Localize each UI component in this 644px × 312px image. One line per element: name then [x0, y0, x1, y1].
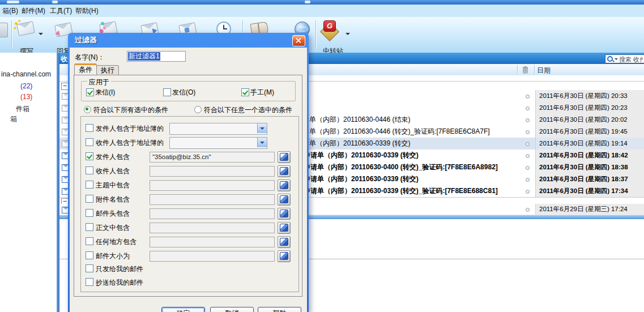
edit-list-icon	[280, 195, 288, 203]
condition-value-input[interactable]	[150, 223, 275, 233]
condition-checkbox[interactable]	[86, 152, 93, 160]
trash-column-icon[interactable]	[522, 66, 529, 74]
compose-dropdown-arrow[interactable]	[39, 33, 43, 35]
condition-row: 附件名包含	[81, 194, 298, 205]
flag-dot-icon[interactable]	[526, 130, 530, 134]
flag-dot-icon[interactable]	[526, 208, 530, 212]
flag-dot-icon[interactable]	[526, 106, 530, 110]
apply-to-legend: 应用于	[87, 78, 111, 87]
column-separator[interactable]	[517, 65, 518, 74]
condition-value-input[interactable]: "35oatip@biz.35.cn"	[150, 152, 275, 163]
compose-envelope-icon[interactable]	[16, 21, 35, 36]
tab-conditions[interactable]: 条件	[74, 63, 97, 75]
multi-value-button[interactable]	[278, 222, 291, 234]
condition-row: 发件人包含于地址簿的	[81, 123, 298, 134]
message-date: 2011年6月30日 (星期四) 18:37	[535, 173, 644, 185]
dot-icon	[184, 28, 189, 33]
message-date: 2011年6月30日 (星期四) 20:23	[535, 102, 644, 114]
column-separator[interactable]	[534, 65, 535, 74]
message-date: 2011年6月30日 (星期四) 19:14	[535, 138, 644, 149]
condition-value-input[interactable]	[150, 251, 275, 262]
condition-checkbox[interactable]	[86, 209, 93, 217]
flag-dot-icon[interactable]	[526, 190, 530, 194]
sidebar-account[interactable]: ina-channel.com	[1, 70, 51, 78]
flag-dot-icon[interactable]	[526, 178, 530, 182]
condition-value-input[interactable]	[150, 237, 275, 247]
cancel-button[interactable]: 取消	[210, 307, 254, 312]
condition-value-input[interactable]	[150, 166, 275, 177]
flag-dot-icon[interactable]	[526, 154, 530, 158]
multi-value-button[interactable]	[278, 250, 291, 262]
multi-value-button[interactable]	[278, 165, 291, 177]
search-scope-dropdown-icon[interactable]	[615, 58, 618, 60]
name-input[interactable]: 新过滤器1	[127, 51, 186, 62]
menu-mailbox[interactable]: 箱(B)	[0, 5, 20, 17]
checkbox-incoming[interactable]	[86, 88, 94, 96]
condition-checkbox[interactable]	[86, 237, 93, 245]
close-icon	[295, 37, 302, 44]
address-book-select[interactable]	[169, 123, 267, 135]
menu-tools[interactable]: 工具(T)	[48, 5, 74, 17]
condition-label: 收件人包含	[96, 166, 130, 176]
condition-checkbox[interactable]	[86, 223, 93, 231]
menu-mail[interactable]: 邮件(M)	[19, 5, 48, 17]
transfer-station-icon[interactable]: G	[323, 20, 336, 32]
condition-checkbox[interactable]	[86, 278, 93, 286]
menu-help[interactable]: 帮助(H)	[73, 5, 101, 17]
multi-value-button[interactable]	[278, 236, 291, 248]
condition-checkbox[interactable]	[86, 138, 93, 146]
ok-button[interactable]: 确定	[161, 307, 205, 312]
checkbox-outgoing[interactable]	[163, 88, 171, 96]
address-book-select[interactable]	[169, 137, 267, 149]
condition-value-input[interactable]	[150, 194, 275, 205]
close-button[interactable]	[292, 35, 305, 46]
flag-dot-icon[interactable]	[526, 142, 530, 146]
message-subject: 申请单（内部）20110630-0339 (转交)	[304, 149, 419, 161]
flag-dot-icon[interactable]	[526, 166, 530, 170]
condition-checkbox[interactable]	[86, 264, 93, 272]
chevron-down-icon[interactable]	[257, 138, 267, 147]
radio-match-any[interactable]	[194, 106, 202, 113]
multi-value-button[interactable]	[278, 151, 291, 163]
condition-checkbox[interactable]	[86, 124, 93, 132]
condition-checkbox[interactable]	[86, 181, 93, 189]
radio-match-any-label[interactable]: 符合以下任意一个选中的条件	[204, 105, 292, 115]
checkbox-manual[interactable]	[241, 88, 249, 96]
transfer-dropdown-arrow[interactable]	[346, 33, 350, 35]
multi-value-button[interactable]	[278, 194, 291, 206]
date-column-header[interactable]: 日期	[537, 66, 551, 75]
sidebar-folder[interactable]: 箱	[10, 114, 17, 124]
condition-row: 只发给我的邮件	[81, 263, 298, 275]
conditions-box: 发件人包含于地址簿的 收件人包含于地址簿的 发件人包含 "35oatip@biz…	[80, 116, 299, 292]
condition-row: 发件人包含 "35oatip@biz.35.cn"	[81, 151, 298, 163]
radio-match-all-label[interactable]: 符合以下所有选中的条件	[93, 105, 168, 115]
condition-label: 邮件大小为	[96, 251, 130, 261]
menu-bar: 箱(B) 邮件(M) 工具(T) 帮助(H)	[0, 5, 644, 18]
help-button[interactable]: 帮助	[258, 307, 301, 312]
checkbox-incoming-label[interactable]: 来信(I)	[95, 88, 115, 97]
condition-value-input[interactable]	[150, 208, 275, 219]
sidebar-folder-unread-count[interactable]: (22)	[20, 82, 32, 90]
condition-checkbox[interactable]	[86, 166, 93, 174]
sidebar-folder[interactable]: 件箱	[16, 104, 29, 114]
condition-value-input[interactable]	[150, 180, 275, 191]
condition-checkbox[interactable]	[86, 251, 93, 259]
checkbox-manual-label[interactable]: 手工(M)	[250, 88, 274, 97]
condition-checkbox[interactable]	[86, 195, 93, 203]
sparkle-icon	[18, 20, 21, 23]
condition-label: 收件人包含于地址簿的	[96, 138, 164, 148]
tab-actions[interactable]: 执行	[96, 65, 119, 75]
sparkle-icon	[14, 27, 16, 29]
flag-dot-icon[interactable]	[526, 95, 530, 99]
condition-row: 任何地方包含	[81, 236, 298, 247]
search-input[interactable]: 搜索 收件箱	[605, 54, 644, 63]
partial-toolbar-icon[interactable]	[0, 23, 8, 37]
flag-dot-icon[interactable]	[526, 118, 530, 122]
radio-match-all[interactable]	[84, 106, 91, 113]
name-input-selected-text: 新过滤器1	[128, 52, 160, 61]
chevron-down-icon[interactable]	[257, 123, 267, 133]
sidebar-folder-count[interactable]: (13)	[20, 93, 32, 101]
multi-value-button[interactable]	[278, 179, 291, 191]
multi-value-button[interactable]	[278, 208, 291, 220]
checkbox-outgoing-label[interactable]: 发信(O)	[172, 88, 195, 97]
